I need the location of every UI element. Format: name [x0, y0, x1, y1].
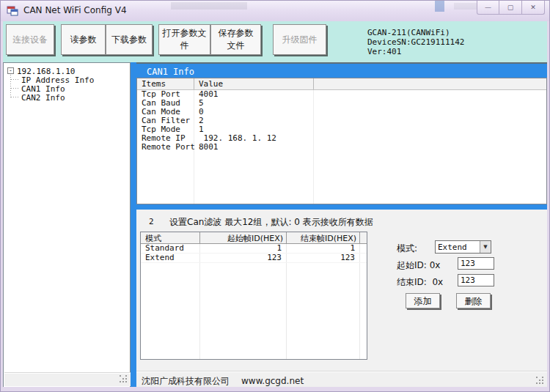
column-header-items[interactable]: Items — [142, 79, 166, 89]
device-info: GCAN-211(CANWiFi) DeviceSN:GC219111142 V… — [367, 28, 464, 56]
tree-collapse-icon[interactable]: - — [7, 67, 14, 74]
open-param-file-button[interactable]: 打开参数文件 — [158, 24, 210, 55]
mode-cell: Extend — [145, 254, 175, 262]
items-table-rows: Tcp Port4001 Can Baud5 Can Mode0 Can Fil… — [137, 90, 546, 152]
company-name: 沈阳广成科技有限公司 — [142, 376, 230, 386]
save-param-file-button[interactable]: 保存参数文件 — [210, 24, 261, 55]
connect-device-button[interactable]: 连接设备 — [6, 24, 54, 55]
tree-connector-line — [11, 97, 19, 97]
add-filter-button[interactable]: 添加 — [406, 293, 440, 308]
maximize-icon: ▢ — [507, 4, 514, 11]
mode-cell: Standard — [145, 244, 184, 253]
window-title: CAN Net WiFi Config V4 — [23, 5, 127, 15]
titlebar-ghost-artifact — [171, 2, 247, 10]
column-header-value[interactable]: Value — [199, 79, 223, 89]
filter-table-header: 模式 起始帧ID(HEX) 结束帧ID(HEX) — [141, 232, 367, 244]
close-button[interactable]: ✕ — [522, 1, 545, 15]
titlebar-ghost-artifact — [435, 1, 444, 12]
tree-panel-statusbar — [4, 374, 131, 386]
filter-hint-label: 设置Can滤波 最大12组，默认: 0 表示接收所有数据 — [169, 216, 373, 229]
column-header-mode[interactable]: 模式 — [145, 233, 161, 244]
mode-label: 模式: — [397, 243, 417, 255]
minimize-icon: — — [485, 4, 491, 11]
statusbar: 沈阳广成科技有限公司www.gcgd.net — [136, 372, 547, 388]
window-bottom-border — [1, 387, 549, 391]
end-id-label: 结束ID: 0x — [397, 276, 443, 289]
start-id-label: 起始ID: 0x — [397, 259, 440, 272]
app-icon — [7, 5, 18, 17]
table-row[interactable]: Extend 123 123 — [141, 254, 367, 263]
start-id-cell: 1 — [201, 244, 282, 253]
column-separator[interactable] — [313, 78, 314, 89]
end-id-cell: 123 — [287, 254, 355, 262]
table-row[interactable]: Standard 1 1 — [141, 244, 367, 254]
main-area: - 192.168.1.10 IP Address Info CAN1 Info… — [3, 62, 547, 388]
download-params-button[interactable]: 下载参数 — [106, 24, 153, 55]
filter-table-rows: Standard 1 1 Extend 123 123 — [141, 244, 367, 263]
column-header-start-id[interactable]: 起始帧ID(HEX) — [201, 233, 283, 244]
resize-grip-icon[interactable] — [120, 375, 128, 383]
can1-panel-header: CAN1 Info — [136, 62, 547, 78]
app-window: CAN Net WiFi Config V4 — ▢ ✕ 连接设备 读参数 下载… — [0, 0, 550, 392]
column-separator[interactable] — [286, 232, 287, 243]
can-filter-panel: 2 设置Can滤波 最大12组，默认: 0 表示接收所有数据 模式 起始帧ID(… — [136, 210, 547, 372]
filter-table: 模式 起始帧ID(HEX) 结束帧ID(HEX) Standard 1 — [140, 232, 367, 360]
window-controls: — ▢ ✕ — [477, 1, 545, 15]
column-header-end-id[interactable]: 结束帧ID(HEX) — [287, 233, 356, 244]
device-version: Ver:401 — [367, 47, 464, 56]
mode-select[interactable]: Extend ▼ — [435, 240, 491, 254]
resize-grip-icon[interactable] — [536, 377, 544, 385]
end-id-cell: 1 — [287, 244, 355, 253]
can1-items-table: Items Value Tcp Port4001 Can Baud5 Can M… — [136, 78, 547, 204]
tree-connector-line — [10, 75, 11, 97]
upgrade-firmware-button[interactable]: 升级固件 — [273, 24, 326, 55]
column-separator[interactable] — [199, 232, 200, 243]
device-tree-panel: - 192.168.1.10 IP Address Info CAN1 Info… — [3, 62, 131, 388]
device-model: GCAN-211(CANWiFi) — [367, 28, 464, 37]
titlebar[interactable]: CAN Net WiFi Config V4 — ▢ ✕ — [1, 1, 549, 21]
tree-connector-line — [11, 79, 19, 80]
maximize-button[interactable]: ▢ — [499, 1, 522, 15]
column-separator[interactable] — [194, 78, 194, 89]
table-row[interactable]: Remote Port8001 — [137, 143, 546, 152]
toolbar: 连接设备 读参数 下载参数 打开参数文件 保存参数文件 升级固件 GCAN-21… — [3, 21, 547, 62]
filter-count: 2 — [149, 217, 154, 226]
close-icon: ✕ — [530, 4, 536, 11]
chevron-down-icon[interactable]: ▼ — [480, 241, 491, 253]
end-id-input[interactable]: 123 — [458, 274, 494, 286]
minimize-button[interactable]: — — [477, 1, 499, 15]
website-text: www.gcgd.net — [241, 376, 304, 386]
mode-selected-value: Extend — [438, 243, 467, 252]
value-cell: 8001 — [199, 143, 219, 152]
delete-filter-button[interactable]: 删除 — [456, 293, 491, 308]
column-separator[interactable] — [359, 232, 360, 243]
tree-connector-line — [11, 88, 19, 89]
item-cell: Remote Port — [142, 143, 195, 152]
read-params-button[interactable]: 读参数 — [61, 24, 106, 55]
can1-panel-title: CAN1 Info — [147, 67, 194, 77]
tree-node-can2-info[interactable]: CAN2 Info — [21, 93, 65, 103]
items-table-header: Items Value — [137, 78, 546, 90]
start-id-cell: 123 — [201, 254, 282, 262]
device-serial: DeviceSN:GC219111142 — [367, 37, 464, 47]
start-id-input[interactable]: 123 — [458, 257, 494, 270]
can1-panel: CAN1 Info Items Value Tcp Port4001 Can B… — [136, 62, 547, 388]
